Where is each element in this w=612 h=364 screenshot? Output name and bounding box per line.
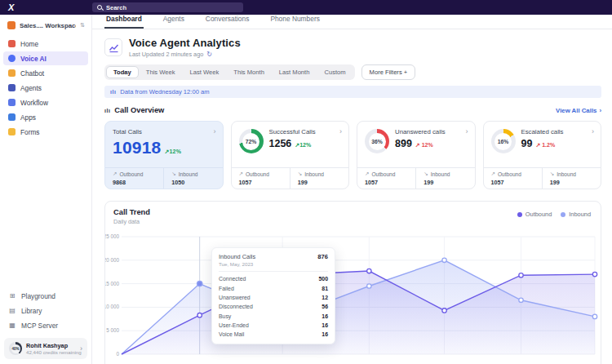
tab-dashboard[interactable]: Dashboard <box>104 15 144 29</box>
view-all-calls-link[interactable]: View All Calls › <box>556 107 601 114</box>
legend-dot-inbound <box>561 212 565 217</box>
total-calls-card[interactable]: › Total Calls 10918↗12% ↗Outbound 9868 ↘… <box>104 121 224 189</box>
global-search[interactable] <box>92 2 243 12</box>
delta-badge: ↗ 12% <box>415 142 433 148</box>
sidebar-item-playground[interactable]: ⊞ Playground <box>3 289 88 303</box>
view-all-label: View All Calls <box>556 107 596 114</box>
filter-chip-this-month[interactable]: This Month <box>226 66 272 78</box>
filter-chip-last-month[interactable]: Last Month <box>272 66 317 78</box>
sidebar-item-label: Workflow <box>20 99 48 107</box>
sidebar-item-label: Chatbot <box>20 69 44 78</box>
inbound-call-icon: ↘ <box>424 171 428 177</box>
sidebar-item-label: Playground <box>21 292 55 300</box>
sidebar-item-voice-ai[interactable]: Voice AI <box>3 51 88 65</box>
tooltip-title: Inbound Calls <box>219 253 255 260</box>
chevron-right-icon[interactable]: › <box>214 127 216 135</box>
tooltip-rows: Connected500Failed81Unanswered12Disconne… <box>219 274 328 340</box>
search-input[interactable] <box>106 4 238 11</box>
inbound-value: 199 <box>424 179 474 186</box>
filter-chip-last-week[interactable]: Last Week <box>183 66 227 78</box>
tab-bar: Dashboard Agents Conversations Phone Num… <box>92 15 612 29</box>
tooltip-row: Busy16 <box>219 312 328 321</box>
outbound-label: Outbound <box>246 171 269 177</box>
svg-text:20 000: 20 000 <box>105 257 119 263</box>
tab-conversations[interactable]: Conversations <box>204 15 251 29</box>
sidebar-item-mcp-server[interactable]: ▦ MCP Server <box>3 318 88 332</box>
inbound-label: Inbound <box>179 171 198 177</box>
svg-text:5 000: 5 000 <box>106 327 119 333</box>
filter-chip-custom[interactable]: Custom <box>317 66 353 78</box>
credits-usage-gauge: 40% <box>9 342 22 355</box>
user-account-card[interactable]: 40% Rohit Kashyap 42,440 credits remaini… <box>4 338 87 359</box>
tooltip-row: Voice Mail16 <box>219 330 328 339</box>
ring-percent: 16% <box>491 129 516 153</box>
refresh-icon[interactable]: ↻ <box>206 51 212 58</box>
successful-calls-value: 1256↗12% <box>269 138 316 149</box>
tooltip-row: Connected500 <box>219 274 328 283</box>
sidebar: Sales.... Workspace ⇅ Home Voice AI Chat… <box>0 15 92 364</box>
legend-inbound[interactable]: Inbound <box>561 211 591 218</box>
sidebar-item-apps[interactable]: Apps <box>3 110 88 124</box>
delta-badge: ↗12% <box>295 142 311 148</box>
legend-dot-outbound <box>517 212 522 217</box>
card-title: Unanswered calls <box>395 128 446 135</box>
outbound-value: 1057 <box>491 179 542 186</box>
outbound-call-icon: ↗ <box>239 171 243 177</box>
chevron-right-icon: › <box>80 345 82 353</box>
outbound-call-icon: ↗ <box>365 171 369 177</box>
svg-text:10 000: 10 000 <box>105 304 119 309</box>
sidebar-nav: Home Voice AI Chatbot Agents Workflow Ap… <box>0 35 91 140</box>
card-title: Escalated calls <box>521 128 564 135</box>
outbound-value: 9868 <box>113 179 163 186</box>
sidebar-item-home[interactable]: Home <box>3 37 88 51</box>
tooltip-date: Tue, May, 2023 <box>219 261 328 267</box>
successful-calls-card[interactable]: › 72% Successful Calls 1256↗12% ↗Outboun… <box>231 121 350 189</box>
chevron-right-icon[interactable]: › <box>339 127 342 135</box>
sidebar-item-library[interactable]: ▤ Library <box>3 304 88 317</box>
ring-percent: 36% <box>365 129 389 153</box>
filter-chip-today[interactable]: Today <box>106 66 139 78</box>
trend-line-chart[interactable]: 25 00020 00015 00010 0005 0000 <box>105 230 602 362</box>
unanswered-calls-card[interactable]: › 36% Unanswered calls 899↗ 12% ↗Outboun… <box>357 121 476 189</box>
tab-phone-numbers[interactable]: Phone Numbers <box>268 15 322 29</box>
tooltip-row: Unanswered12 <box>219 293 328 302</box>
call-overview-cards: › Total Calls 10918↗12% ↗Outbound 9868 ↘… <box>104 121 601 189</box>
legend-outbound[interactable]: Outbound <box>517 211 552 218</box>
outbound-value: 1057 <box>239 179 290 186</box>
escalated-calls-card[interactable]: › 16% Escalated calls 99↗ 1.2% ↗Outbound… <box>483 121 602 189</box>
workflow-icon <box>8 99 16 106</box>
call-trend-card: Call Trend Daily data Outbound Inbound 2… <box>104 201 601 364</box>
sidebar-item-label: Forms <box>20 128 40 136</box>
more-filters-button[interactable]: More Filters + <box>361 64 416 80</box>
workspace-icon <box>7 21 16 29</box>
svg-text:25 000: 25 000 <box>105 233 119 239</box>
unanswered-calls-value: 899↗ 12% <box>395 138 446 149</box>
filter-chip-this-week[interactable]: This Week <box>139 66 183 78</box>
sidebar-item-workflow[interactable]: Workflow <box>3 95 88 109</box>
sidebar-item-chatbot[interactable]: Chatbot <box>3 66 88 80</box>
main-area: Dashboard Agents Conversations Phone Num… <box>92 15 612 364</box>
inbound-call-icon: ↘ <box>550 171 554 177</box>
workspace-switcher[interactable]: Sales.... Workspace ⇅ <box>0 15 91 35</box>
sidebar-item-label: Voice AI <box>20 55 47 63</box>
chevron-right-icon[interactable]: › <box>466 127 468 135</box>
outbound-label: Outbound <box>119 171 143 177</box>
tab-agents[interactable]: Agents <box>162 15 186 29</box>
robot-icon <box>8 84 16 91</box>
sidebar-item-agents[interactable]: Agents <box>3 81 88 95</box>
sidebar-item-label: Agents <box>20 84 42 92</box>
tooltip-row: User-Ended16 <box>219 321 328 330</box>
home-icon <box>8 40 16 47</box>
user-name: Rohit Kashyap <box>26 342 76 349</box>
inbound-call-icon: ↘ <box>171 171 175 177</box>
credits-remaining: 42,440 credits remaining <box>26 349 76 355</box>
sidebar-item-forms[interactable]: Forms <box>3 125 88 139</box>
card-title: Total Calls <box>113 128 216 135</box>
chevron-right-icon[interactable]: › <box>592 127 594 135</box>
data-info-banner: ılı Data from Wednesday 12:00 am <box>104 86 601 98</box>
sidebar-item-label: Apps <box>20 113 36 122</box>
svg-text:0: 0 <box>116 351 119 357</box>
analytics-icon <box>104 38 122 56</box>
app-logo[interactable]: X <box>0 2 92 12</box>
chevron-updown-icon: ⇅ <box>80 22 85 29</box>
